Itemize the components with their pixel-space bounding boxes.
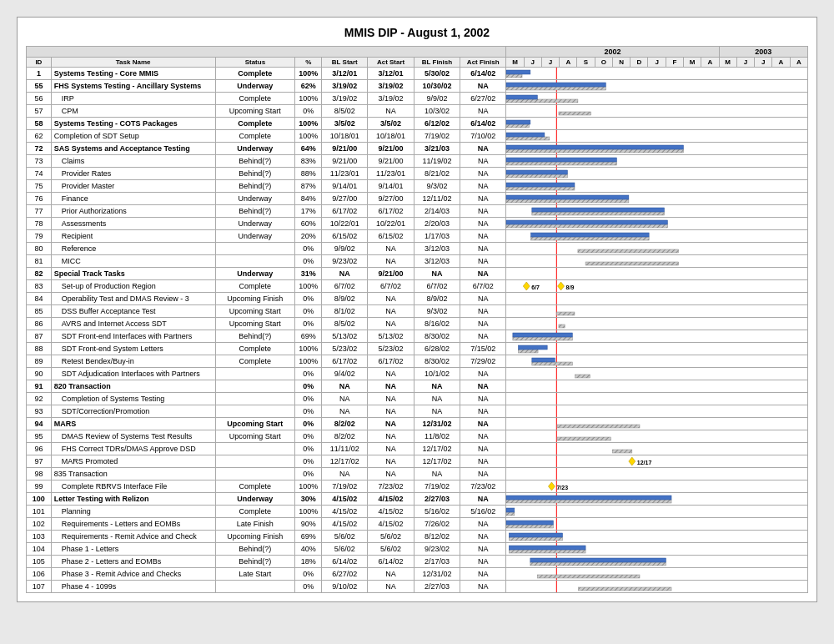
row-act-finish: 6/7/02 (460, 280, 506, 293)
row-act-finish: 7/15/02 (460, 343, 506, 355)
row-gantt (506, 243, 808, 255)
svg-text:8/9: 8/9 (566, 284, 575, 290)
row-act-start: 4/15/02 (368, 518, 414, 531)
row-act-start: NA (368, 418, 414, 430)
page: MMIS DIP - August 1, 2002 2002 2003 (17, 17, 817, 602)
row-pct: 30% (295, 493, 322, 506)
row-act-finish: 5/16/02 (460, 506, 506, 518)
row-act-start: 9/27/00 (368, 193, 414, 205)
table-row: 85 DSS Buffer Acceptance Test Upcoming S… (27, 305, 808, 318)
row-bl-start: 3/19/02 (322, 93, 368, 105)
row-act-finish: NA (460, 205, 506, 218)
row-act-start: NA (368, 405, 414, 418)
row-status: Upcoming Finish (215, 531, 295, 543)
row-gantt (506, 506, 808, 518)
row-task: Systems Testing - Core MMIS (51, 68, 215, 80)
svg-rect-48 (506, 183, 575, 187)
svg-marker-141 (629, 457, 636, 465)
row-status: Underway (215, 268, 295, 280)
row-bl-start: 3/5/02 (322, 118, 368, 130)
row-pct: 60% (295, 218, 322, 230)
row-status: Behind(?) (215, 543, 295, 556)
table-row: 102 Requirements - Letters and EOMBs Lat… (27, 518, 808, 531)
row-task: FHS Correct TDRs/DMAS Approve DSD (51, 443, 215, 455)
row-act-finish: NA (460, 556, 506, 568)
row-act-start: 6/17/02 (368, 355, 414, 368)
row-act-start: NA (368, 318, 414, 330)
row-bl-finish: 9/23/02 (414, 543, 460, 556)
svg-rect-43 (506, 170, 567, 174)
row-act-finish: NA (460, 293, 506, 305)
row-act-start: 6/15/02 (368, 230, 414, 243)
row-act-finish: 7/29/02 (460, 355, 506, 368)
row-id: 94 (27, 418, 52, 430)
row-act-finish: NA (460, 543, 506, 556)
svg-rect-52 (506, 199, 629, 203)
row-pct: 0% (295, 243, 322, 255)
row-act-start: NA (368, 443, 414, 455)
row-bl-finish: 10/1/02 (414, 368, 460, 380)
row-act-start: NA (368, 305, 414, 318)
table-row: 97 MARS Promoted 0% 12/17/02 NA 12/17/02… (27, 455, 808, 468)
table-row: 62 Completion of SDT Setup Complete 100%… (27, 130, 808, 143)
row-task: Phase 2 - Letters and EOMBs (51, 556, 215, 568)
row-gantt (506, 418, 808, 430)
row-pct: 0% (295, 568, 322, 581)
svg-rect-38 (506, 158, 616, 162)
row-act-start: 5/13/02 (368, 330, 414, 343)
row-bl-start: 5/23/02 (322, 343, 368, 355)
year-2003: 2003 (719, 47, 807, 58)
month-N1: N (612, 58, 630, 68)
row-act-start: 9/21/00 (368, 268, 414, 280)
row-pct: 100% (295, 93, 322, 105)
row-bl-start: 8/2/02 (322, 430, 368, 443)
row-task: Operability Test and DMAS Review - 3 (51, 293, 215, 305)
row-act-start: NA (368, 255, 414, 268)
row-gantt (506, 568, 808, 581)
row-bl-start: 9/27/00 (322, 193, 368, 205)
row-gantt (506, 531, 808, 543)
row-bl-finish: 3/21/03 (414, 143, 460, 155)
row-pct: 0% (295, 368, 322, 380)
row-act-start: 4/15/02 (368, 493, 414, 506)
row-act-start: 6/7/02 (368, 280, 414, 293)
svg-rect-101 (513, 337, 572, 340)
row-id: 84 (27, 293, 52, 305)
row-id: 77 (27, 205, 52, 218)
row-task: Reference (51, 243, 215, 255)
row-pct: 0% (295, 405, 322, 418)
col-pct: % (295, 58, 322, 68)
table-row: 100 Letter Testing with Relizon Underway… (27, 493, 808, 506)
svg-marker-149 (549, 482, 555, 491)
svg-text:6/7: 6/7 (532, 284, 540, 290)
row-status (215, 380, 295, 393)
table-row: 72 SAS Systems and Acceptance Testing Un… (27, 143, 808, 155)
row-gantt: 12/17 (506, 455, 808, 468)
row-pct: 0% (295, 430, 322, 443)
row-pct: 40% (295, 543, 322, 556)
row-gantt (506, 230, 808, 243)
row-bl-start: 9/4/02 (322, 368, 368, 380)
row-task: Requirements - Remit Advice and Check (51, 531, 215, 543)
row-gantt (506, 168, 808, 180)
row-gantt (506, 80, 808, 93)
row-bl-finish: 6/28/02 (414, 343, 460, 355)
row-bl-start: 6/17/02 (322, 355, 368, 368)
row-act-start: 10/22/01 (368, 218, 414, 230)
svg-rect-8 (506, 87, 605, 90)
table-row: 101 Planning Complete 100% 4/15/02 4/15/… (27, 506, 808, 518)
row-task: 820 Transaction (51, 380, 215, 393)
row-act-finish: NA (460, 455, 506, 468)
table-row: 58 Systems Testing - COTS Packages Compl… (27, 118, 808, 130)
row-status: Complete (215, 506, 295, 518)
year-2002: 2002 (506, 47, 719, 58)
row-pct: 69% (295, 531, 322, 543)
row-status: Complete (215, 480, 295, 493)
row-pct: 64% (295, 143, 322, 155)
row-gantt (506, 493, 808, 506)
row-pct: 83% (295, 155, 322, 168)
svg-rect-175 (510, 546, 586, 550)
svg-rect-72 (578, 249, 679, 253)
row-task: Complete RBRVS Interface File (51, 480, 215, 493)
svg-rect-116 (575, 375, 590, 378)
